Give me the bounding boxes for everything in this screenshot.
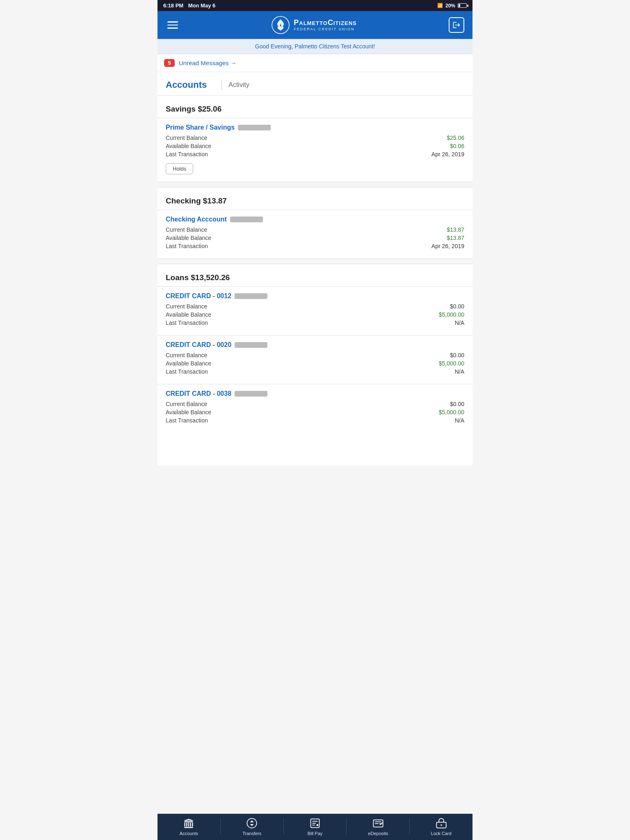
cc-0012-last-label: Last Transaction [166, 320, 208, 326]
checking-current-balance-label: Current Balance [166, 226, 207, 233]
checking-current-balance-row: Current Balance $13.87 [166, 226, 464, 233]
logout-button[interactable] [449, 17, 464, 33]
loans-gap [158, 258, 472, 264]
cc-0020-current-balance-row: Current Balance $0.00 [166, 352, 464, 358]
unread-badge: 5 [164, 59, 175, 67]
cc-0012-current-value: $0.00 [450, 303, 464, 310]
checking-gap [158, 182, 472, 187]
loans-section-header: Loans $13,520.26 [158, 264, 472, 286]
credit-card-0038: CREDIT CARD - 0038 Current Balance $0.00… [158, 384, 472, 433]
checking-section-header: Checking $13.87 [158, 187, 472, 210]
status-time: 6:18 PM [163, 2, 183, 9]
brand-name-text: PalmettoCitizens Federal Credit Union [294, 19, 356, 31]
cc-0038-available-value: $5,000.00 [439, 409, 464, 415]
brand-logo: PalmettoCitizens Federal Credit Union [272, 16, 356, 34]
tab-accounts[interactable]: Accounts [166, 80, 215, 90]
cc-0038-mask [235, 391, 267, 397]
cc-0020-available-value: $5,000.00 [439, 360, 464, 367]
cc-0020-available-balance-row: Available Balance $5,000.00 [166, 360, 464, 367]
cc-0020-last-value: N/A [455, 368, 464, 375]
main-content: Accounts Activity Savings $25.06 Prime S… [158, 72, 472, 466]
unread-messages-link[interactable]: Unread Messages → [179, 59, 237, 66]
cc-0020-current-value: $0.00 [450, 352, 464, 358]
cc-0012-current-balance-row: Current Balance $0.00 [166, 303, 464, 310]
status-right: 📶 20% [437, 3, 467, 9]
app-header: PalmettoCitizens Federal Credit Union [158, 11, 472, 39]
prime-share-available-balance-row: Available Balance $0.06 [166, 143, 464, 149]
status-date: Mon May 6 [188, 2, 215, 9]
holds-button[interactable]: Holds [166, 163, 193, 174]
savings-section-header: Savings $25.06 [158, 96, 472, 118]
cc-0038-last-label: Last Transaction [166, 417, 208, 424]
cc-0012-current-label: Current Balance [166, 303, 207, 310]
tab-activity[interactable]: Activity [228, 81, 249, 89]
tabs-row: Accounts Activity [158, 72, 472, 96]
cc-0020-last-transaction-row: Last Transaction N/A [166, 368, 464, 375]
cc-0038-last-transaction-row: Last Transaction N/A [166, 417, 464, 424]
cc-0020-last-label: Last Transaction [166, 368, 208, 375]
prime-share-last-transaction-value: Apr 26, 2019 [431, 151, 464, 158]
checking-current-balance-value: $13.87 [447, 226, 464, 233]
checking-available-balance-label: Available Balance [166, 235, 211, 241]
prime-share-current-balance-row: Current Balance $25.06 [166, 135, 464, 141]
checking-available-balance-value: $13.87 [447, 235, 464, 241]
cc-0012-available-value: $5,000.00 [439, 311, 464, 318]
cc-0038-available-balance-row: Available Balance $5,000.00 [166, 409, 464, 415]
prime-share-current-balance-label: Current Balance [166, 135, 207, 141]
cc-0038-current-value: $0.00 [450, 401, 464, 407]
prime-share-current-balance-value: $25.06 [447, 135, 464, 141]
checking-title: Checking $13.87 [166, 196, 227, 205]
checking-mask [230, 217, 263, 222]
tab-divider [221, 80, 222, 90]
savings-title: Savings $25.06 [166, 105, 221, 113]
cc-0012-last-transaction-row: Last Transaction N/A [166, 320, 464, 326]
cc-0012-available-balance-row: Available Balance $5,000.00 [166, 311, 464, 318]
prime-share-name[interactable]: Prime Share / Savings [166, 124, 464, 131]
credit-card-0012: CREDIT CARD - 0012 Current Balance $0.00… [158, 286, 472, 335]
prime-share-account: Prime Share / Savings Current Balance $2… [158, 118, 472, 182]
logout-icon [452, 21, 461, 29]
cc-0020-available-label: Available Balance [166, 360, 211, 367]
greeting-text: Good Evening, Palmetto Citizens Test Acc… [255, 43, 375, 50]
credit-card-0020: CREDIT CARD - 0020 Current Balance $0.00… [158, 335, 472, 384]
prime-share-last-transaction-label: Last Transaction [166, 151, 208, 158]
cc-0038-available-label: Available Balance [166, 409, 211, 415]
palmetto-logo-icon [272, 16, 290, 34]
cc-0038-current-balance-row: Current Balance $0.00 [166, 401, 464, 407]
prime-share-available-balance-label: Available Balance [166, 143, 211, 149]
greeting-bar: Good Evening, Palmetto Citizens Test Acc… [158, 39, 472, 54]
prime-share-mask [238, 125, 271, 130]
battery-icon [458, 3, 467, 8]
status-time-date: 6:18 PM Mon May 6 [163, 2, 215, 9]
cc-0012-available-label: Available Balance [166, 311, 211, 318]
wifi-icon: 📶 [437, 3, 443, 8]
bottom-spacer [158, 433, 472, 466]
battery-percent: 20% [445, 3, 455, 9]
loans-title: Loans $13,520.26 [166, 273, 230, 282]
cc-0012-name[interactable]: CREDIT CARD - 0012 [166, 292, 464, 300]
checking-available-balance-row: Available Balance $13.87 [166, 235, 464, 241]
menu-button[interactable] [166, 20, 180, 30]
brand-primary: PalmettoCitizens [294, 19, 356, 27]
prime-share-available-balance-value: $0.06 [450, 143, 464, 149]
cc-0038-current-label: Current Balance [166, 401, 207, 407]
checking-last-transaction-value: Apr 26, 2019 [431, 243, 464, 249]
checking-account: Checking Acccount Current Balance $13.87… [158, 210, 472, 258]
cc-0020-current-label: Current Balance [166, 352, 207, 358]
brand-secondary: Federal Credit Union [294, 27, 356, 31]
cc-0038-last-value: N/A [455, 417, 464, 424]
cc-0020-mask [235, 342, 267, 348]
status-bar: 6:18 PM Mon May 6 📶 20% [158, 0, 472, 11]
checking-last-transaction-label: Last Transaction [166, 243, 208, 249]
cc-0012-mask [235, 293, 267, 299]
checking-last-transaction-row: Last Transaction Apr 26, 2019 [166, 243, 464, 249]
prime-share-last-transaction-row: Last Transaction Apr 26, 2019 [166, 151, 464, 158]
cc-0012-last-value: N/A [455, 320, 464, 326]
checking-account-name[interactable]: Checking Acccount [166, 216, 464, 223]
cc-0038-name[interactable]: CREDIT CARD - 0038 [166, 390, 464, 397]
messages-bar: 5 Unread Messages → [158, 54, 472, 72]
cc-0020-name[interactable]: CREDIT CARD - 0020 [166, 341, 464, 349]
